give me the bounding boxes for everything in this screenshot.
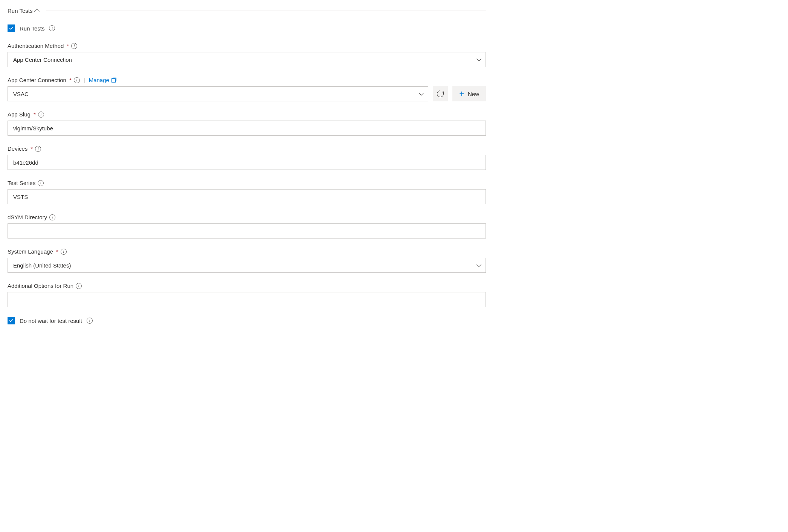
new-button-label: New	[468, 91, 479, 97]
info-icon[interactable]: i	[49, 214, 55, 220]
system-language-label: System Language	[8, 248, 53, 255]
dsym-directory-input[interactable]	[8, 223, 486, 238]
required-indicator: *	[67, 43, 69, 49]
info-icon[interactable]: i	[38, 112, 44, 118]
test-series-field: Test Series i	[8, 180, 486, 204]
required-indicator: *	[69, 77, 72, 83]
do-not-wait-checkbox-row: Do not wait for test result i	[8, 317, 486, 324]
app-slug-field: App Slug * i	[8, 111, 486, 136]
plus-icon: +	[459, 90, 464, 98]
info-icon[interactable]: i	[71, 43, 77, 49]
system-language-value: English (United States)	[13, 262, 71, 269]
devices-input[interactable]	[8, 155, 486, 170]
dsym-directory-field: dSYM Directory i	[8, 214, 486, 238]
new-button[interactable]: + New	[452, 86, 486, 101]
do-not-wait-label: Do not wait for test result	[20, 318, 82, 324]
chevron-up-icon	[34, 9, 40, 14]
manage-link[interactable]: Manage	[89, 77, 116, 83]
info-icon[interactable]: i	[49, 25, 55, 31]
section-header[interactable]: Run Tests	[8, 8, 486, 14]
info-icon[interactable]: i	[87, 318, 93, 324]
manage-link-label: Manage	[89, 77, 109, 83]
app-center-connection-select[interactable]: VSAC	[8, 86, 428, 101]
auth-method-field: Authentication Method * i App Center Con…	[8, 43, 486, 67]
app-center-connection-value: VSAC	[13, 91, 29, 97]
additional-options-field: Additional Options for Run i	[8, 283, 486, 307]
dsym-directory-label: dSYM Directory	[8, 214, 47, 220]
additional-options-label: Additional Options for Run	[8, 283, 73, 289]
info-icon[interactable]: i	[38, 180, 44, 186]
refresh-button[interactable]	[433, 86, 448, 101]
do-not-wait-checkbox[interactable]	[8, 317, 15, 324]
system-language-select[interactable]: English (United States)	[8, 258, 486, 273]
app-center-connection-label: App Center Connection	[8, 77, 66, 83]
info-icon[interactable]: i	[76, 283, 82, 289]
additional-options-input[interactable]	[8, 292, 486, 307]
app-slug-label: App Slug	[8, 111, 31, 118]
required-indicator: *	[31, 145, 33, 152]
system-language-field: System Language * i English (United Stat…	[8, 248, 486, 273]
check-icon	[9, 318, 14, 323]
separator: |	[84, 77, 85, 83]
run-tests-checkbox-row: Run Tests i	[8, 24, 486, 32]
info-icon[interactable]: i	[35, 146, 41, 152]
section-title: Run Tests	[8, 8, 32, 14]
required-indicator: *	[56, 248, 58, 255]
info-icon[interactable]: i	[74, 77, 80, 83]
required-indicator: *	[34, 111, 36, 118]
refresh-icon	[436, 89, 445, 99]
test-series-input[interactable]	[8, 189, 486, 204]
auth-method-select[interactable]: App Center Connection	[8, 52, 486, 67]
section-divider	[46, 11, 486, 11]
devices-label: Devices	[8, 145, 27, 152]
auth-method-label: Authentication Method	[8, 43, 64, 49]
run-tests-checkbox[interactable]	[8, 24, 15, 32]
devices-field: Devices * i	[8, 145, 486, 170]
external-link-icon	[111, 78, 116, 83]
check-icon	[9, 26, 14, 31]
app-slug-input[interactable]	[8, 121, 486, 136]
run-tests-label: Run Tests	[20, 25, 44, 32]
info-icon[interactable]: i	[61, 249, 67, 255]
app-center-connection-field: App Center Connection * i | Manage VSAC …	[8, 77, 486, 101]
auth-method-value: App Center Connection	[13, 57, 72, 63]
test-series-label: Test Series	[8, 180, 35, 186]
